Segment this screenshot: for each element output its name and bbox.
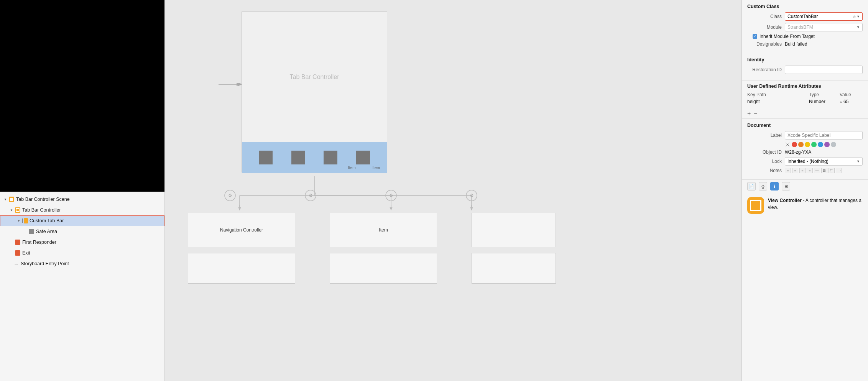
canvas-area[interactable]: ⚙ ⚙ ⚙ ⚙ Tab Bar xyxy=(165,0,741,381)
class-value: CustomTabBar xyxy=(787,14,818,19)
custom-class-section: Custom Class Class CustomTabBar ⊗ ▼ Modu… xyxy=(742,0,868,53)
module-field-row: Module StrandsBFM ▼ xyxy=(747,23,863,31)
color-gray[interactable] xyxy=(831,142,836,147)
designables-row: Designables Build failed xyxy=(747,41,863,47)
lock-dropdown[interactable]: Inherited - (Nothing) ▼ xyxy=(785,157,863,166)
safearea-icon xyxy=(28,228,35,235)
tree-item-first-responder[interactable]: First Responder xyxy=(0,237,164,248)
add-attribute-btn[interactable]: + xyxy=(747,111,751,117)
firstresponder-label: First Responder xyxy=(22,240,56,245)
label-input[interactable] xyxy=(785,131,863,140)
object-id-value: W28-zg-YXA xyxy=(785,149,811,155)
label-field-label: Label xyxy=(747,133,782,138)
toolbar-history-icon[interactable]: ⊞ xyxy=(782,182,790,190)
view-controller-info: View Controller - A controller that mana… xyxy=(742,193,868,218)
toolbar-doc-icon[interactable]: 📄 xyxy=(747,182,756,190)
color-palette-row: ✕ xyxy=(747,142,863,147)
vc-title: View Controller xyxy=(768,198,802,203)
module-input[interactable]: StrandsBFM ▼ xyxy=(785,23,863,31)
vc-description: View Controller - A controller that mana… xyxy=(768,197,863,211)
tree-item-exit[interactable]: Exit xyxy=(0,248,164,258)
tab-icon-3 xyxy=(324,151,337,164)
scene-label: Tab Bar Controller Scene xyxy=(16,197,70,202)
vc-separator: - xyxy=(803,198,806,203)
vc-inner-icon xyxy=(750,200,761,211)
svg-text:⚙: ⚙ xyxy=(389,193,393,198)
designables-label: Designables xyxy=(747,41,782,47)
svg-text:⚙: ⚙ xyxy=(228,193,232,198)
col-keypath: Key Path xyxy=(747,92,809,97)
scene-icon xyxy=(8,196,15,202)
tab-label-item1: Item xyxy=(348,166,355,170)
lock-label: Lock xyxy=(747,159,782,164)
left-panel: Tab Bar Controller Scene Tab Bar Control… xyxy=(0,0,165,381)
customtabbar-label: Custom Tab Bar xyxy=(30,218,64,223)
restoration-id-input[interactable] xyxy=(785,66,863,74)
class-input[interactable]: CustomTabBar ⊗ ▼ xyxy=(785,12,863,21)
table-header: Key Path Type Value xyxy=(747,92,863,97)
tree-item-custom-tab-bar[interactable]: Custom Tab Bar xyxy=(0,215,164,226)
item-controller-box: Item xyxy=(330,213,437,247)
table-row-height[interactable]: height Number ⬦ 65 xyxy=(747,99,863,104)
class-label: Class xyxy=(747,14,782,19)
toolbar-code-icon[interactable]: {} xyxy=(759,182,767,190)
document-section: Document Label ✕ Object ID W28-zg-YXA Lo… xyxy=(742,119,868,180)
lock-dropdown-arrow[interactable]: ▼ xyxy=(856,159,860,163)
notes-align-left[interactable]: ≡ xyxy=(785,168,791,173)
disclosure-customtabbar[interactable] xyxy=(16,218,21,223)
remove-attribute-btn[interactable]: − xyxy=(754,111,757,117)
notes-align-justify[interactable]: ≡ xyxy=(807,168,813,173)
color-blue[interactable] xyxy=(818,142,823,147)
class-clear-btn[interactable]: ⊗ xyxy=(853,15,856,19)
tree-item-tab-bar-controller-scene[interactable]: Tab Bar Controller Scene xyxy=(0,194,164,205)
notes-align-right[interactable]: ≡ xyxy=(799,168,806,173)
color-purple[interactable] xyxy=(824,142,830,147)
color-red[interactable] xyxy=(792,142,797,147)
color-yellow[interactable] xyxy=(805,142,810,147)
notes-field-row: Notes ≡ ≡ ≡ ≡ — ⊞ ⬚ ⋯ xyxy=(747,168,863,173)
preview-area xyxy=(0,0,164,192)
tabbar-icon xyxy=(15,207,21,213)
color-green[interactable] xyxy=(811,142,817,147)
tab-bar-controller-mock: Tab Bar Controller Item Item xyxy=(242,11,387,172)
notes-label: Notes xyxy=(747,168,782,173)
disclosure-scene[interactable] xyxy=(3,197,8,202)
tab-icon-4 xyxy=(356,151,370,164)
stepper-icon: ⬦ xyxy=(840,99,842,104)
navigation-controller-box: Navigation Controller xyxy=(188,213,295,247)
inherit-checkbox-row: Inherit Module From Target xyxy=(747,34,863,39)
firstresponder-icon xyxy=(15,239,21,245)
class-dropdown-arrow[interactable]: ▼ xyxy=(856,15,860,18)
custom-class-header: Custom Class xyxy=(747,4,863,9)
tree-item-tab-bar-controller[interactable]: Tab Bar Controller xyxy=(0,205,164,215)
restoration-id-label: Restoration ID xyxy=(747,67,782,72)
vc-large-icon xyxy=(747,197,764,214)
notes-image-icon[interactable]: ⬚ xyxy=(829,168,835,173)
notes-more[interactable]: ⋯ xyxy=(836,168,842,173)
disclosure-tabbar[interactable] xyxy=(9,208,14,212)
sub-item-box xyxy=(330,253,437,284)
notes-table-icon[interactable]: ⊞ xyxy=(821,168,827,173)
tree-item-safe-area[interactable]: Safe Area xyxy=(0,226,164,237)
bottom-toolbar: 📄 {} ℹ ⊞ xyxy=(742,180,868,193)
svg-text:⚙: ⚙ xyxy=(470,193,474,198)
row-value: ⬦ 65 xyxy=(840,99,863,104)
entrypoint-label: Storyboard Entry Point xyxy=(21,261,69,266)
col-value: Value xyxy=(840,92,863,97)
color-none-btn[interactable]: ✕ xyxy=(785,142,790,147)
tab-icon-2 xyxy=(291,151,305,164)
tree-item-storyboard-entry-point[interactable]: → Storyboard Entry Point xyxy=(0,258,164,269)
notes-dash[interactable]: — xyxy=(814,168,820,173)
module-dropdown-arrow[interactable]: ▼ xyxy=(856,25,860,29)
item-controller-label: Item xyxy=(379,227,388,233)
notes-align-center[interactable]: ≡ xyxy=(792,168,798,173)
toolbar-info-icon[interactable]: ℹ xyxy=(770,182,779,190)
tab-bar-controller-title: Tab Bar Controller xyxy=(242,12,387,142)
restoration-id-row: Restoration ID xyxy=(747,66,863,74)
inherit-checkbox-label: Inherit Module From Target xyxy=(760,34,815,39)
svg-text:⚙: ⚙ xyxy=(309,193,313,198)
nav-controller-label: Navigation Controller xyxy=(220,227,263,233)
inherit-checkbox[interactable] xyxy=(753,34,757,39)
color-orange[interactable] xyxy=(798,142,804,147)
right-panel: Custom Class Class CustomTabBar ⊗ ▼ Modu… xyxy=(741,0,868,381)
